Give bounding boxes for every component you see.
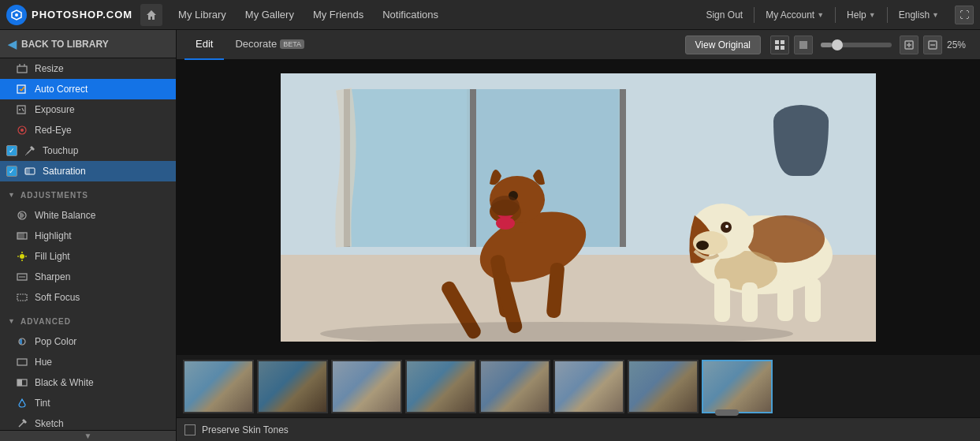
sidebar-item-tint[interactable]: Tint <box>0 393 176 413</box>
filmstrip-scrollbar-thumb[interactable] <box>715 409 739 416</box>
advanced-collapse-icon: ▼ <box>8 317 16 325</box>
sidebar-item-auto-correct[interactable]: Auto Correct <box>0 79 176 99</box>
adjustments-section-header[interactable]: ▼ ADJUSTMENTS <box>0 185 176 205</box>
sidebar-scroll-area: Resize Auto Correct Exposure Red-Eye <box>0 58 176 430</box>
view-mode-grid-button[interactable] <box>770 36 789 54</box>
svg-rect-32 <box>17 379 22 386</box>
svg-rect-48 <box>470 89 476 247</box>
nav-notifications[interactable]: Notifications <box>373 0 448 30</box>
filmstrip-thumb-3[interactable] <box>331 360 402 413</box>
svg-line-8 <box>21 87 24 91</box>
image-canvas-area <box>177 60 980 354</box>
language-button[interactable]: English ▼ <box>892 0 945 30</box>
saturation-checkbox[interactable] <box>6 166 17 177</box>
logo-text: PHOTOSHOP.COM <box>32 9 132 21</box>
sharpen-label: Sharpen <box>35 271 70 282</box>
zoom-in-button[interactable] <box>900 36 919 54</box>
svg-rect-27 <box>17 294 27 301</box>
saturation-icon <box>24 165 36 178</box>
sidebar-item-black-white[interactable]: Black & White <box>0 372 176 393</box>
my-account-button[interactable]: My Account ▼ <box>759 0 830 30</box>
sidebar-item-soft-focus[interactable]: Soft Focus <box>0 287 176 308</box>
main-layout: ◀ BACK TO LIBRARY Resize Auto Correct <box>0 30 980 441</box>
touchup-label: Touchup <box>43 145 78 156</box>
fill-light-label: Fill Light <box>35 251 70 262</box>
back-to-library-button[interactable]: ◀ BACK TO LIBRARY <box>0 30 176 58</box>
highlight-label: Highlight <box>35 230 72 241</box>
soft-focus-icon <box>16 291 28 304</box>
zoom-slider-track[interactable] <box>821 43 892 47</box>
zoom-slider-thumb[interactable] <box>832 39 843 50</box>
filmstrip-thumb-6[interactable] <box>553 360 624 413</box>
svg-point-74 <box>725 225 728 228</box>
black-white-icon <box>16 376 28 389</box>
home-button[interactable] <box>140 4 162 26</box>
touchup-icon <box>24 144 36 157</box>
filmstrip-thumb-4[interactable] <box>405 360 476 413</box>
svg-rect-50 <box>350 89 467 247</box>
svg-rect-33 <box>775 40 779 44</box>
adjustments-collapse-icon: ▼ <box>8 191 16 199</box>
svg-point-75 <box>696 241 709 250</box>
sidebar-scroll-down-button[interactable]: ▼ <box>0 430 176 441</box>
soft-focus-label: Soft Focus <box>35 292 80 303</box>
hue-label: Hue <box>35 357 52 368</box>
sidebar-item-exposure[interactable]: Exposure <box>0 99 176 120</box>
sidebar-item-fill-light[interactable]: Fill Light <box>0 246 176 267</box>
tab-decorate[interactable]: Decorate BETA <box>224 30 315 60</box>
language-dropdown-arrow: ▼ <box>932 11 939 19</box>
help-button[interactable]: Help ▼ <box>840 0 882 30</box>
nav-my-friends[interactable]: My Friends <box>304 0 373 30</box>
view-original-button[interactable]: View Original <box>685 36 761 54</box>
sidebar-item-sketch[interactable]: Sketch <box>0 413 176 430</box>
logo-area: PHOTOSHOP.COM <box>6 5 132 25</box>
svg-point-61 <box>496 217 515 230</box>
top-navigation: PHOTOSHOP.COM My Library My Gallery My F… <box>0 0 980 30</box>
zoom-level-display: 25% <box>947 39 972 50</box>
sidebar-item-hue[interactable]: Hue <box>0 352 176 372</box>
sketch-icon <box>16 417 28 430</box>
filmstrip-thumb-5[interactable] <box>479 360 550 413</box>
svg-marker-2 <box>147 10 156 20</box>
nav-my-gallery[interactable]: My Gallery <box>236 0 304 30</box>
filmstrip-thumb-7[interactable] <box>628 360 699 413</box>
svg-line-12 <box>22 108 24 111</box>
zoom-out-button[interactable] <box>923 36 942 54</box>
tint-label: Tint <box>35 398 50 409</box>
highlight-icon <box>16 230 28 242</box>
sidebar-item-sharpen[interactable]: Sharpen <box>0 267 176 287</box>
auto-correct-icon <box>16 83 28 95</box>
touchup-checkbox[interactable] <box>6 145 17 156</box>
svg-rect-6 <box>17 85 25 93</box>
svg-rect-35 <box>775 46 779 50</box>
filmstrip-thumb-8[interactable] <box>702 360 773 413</box>
zoom-fill <box>821 43 832 47</box>
svg-rect-68 <box>742 282 758 322</box>
sidebar-item-saturation[interactable]: Saturation <box>0 161 176 181</box>
sidebar-item-touchup[interactable]: Touchup <box>0 140 176 161</box>
sidebar-item-red-eye[interactable]: Red-Eye <box>0 120 176 140</box>
svg-point-1 <box>15 13 18 17</box>
sidebar-item-resize[interactable]: Resize <box>0 58 176 79</box>
nav-my-library[interactable]: My Library <box>169 0 236 30</box>
svg-rect-69 <box>777 280 793 321</box>
sidebar-item-pop-color[interactable]: Pop Color <box>0 331 176 352</box>
sidebar-item-white-balance[interactable]: White Balance <box>0 205 176 226</box>
exposure-label: Exposure <box>35 104 75 115</box>
sidebar-item-highlight[interactable]: Highlight <box>0 226 176 246</box>
white-balance-label: White Balance <box>35 210 95 221</box>
nav-divider <box>754 7 755 23</box>
resize-label: Resize <box>35 63 64 74</box>
fill-light-icon <box>16 250 28 263</box>
preserve-skin-tones-checkbox[interactable] <box>184 424 196 435</box>
view-mode-single-button[interactable] <box>794 36 813 54</box>
fullscreen-button[interactable]: ⛶ <box>955 6 974 24</box>
svg-rect-30 <box>17 359 27 365</box>
nav-divider2 <box>835 7 836 23</box>
svg-rect-3 <box>17 66 27 73</box>
filmstrip-thumb-2[interactable] <box>257 360 328 413</box>
sign-out-button[interactable]: Sign Out <box>699 0 749 30</box>
advanced-section-header[interactable]: ▼ ADVANCED <box>0 311 176 331</box>
tab-edit[interactable]: Edit <box>184 30 224 60</box>
filmstrip-thumb-1[interactable] <box>183 360 254 413</box>
